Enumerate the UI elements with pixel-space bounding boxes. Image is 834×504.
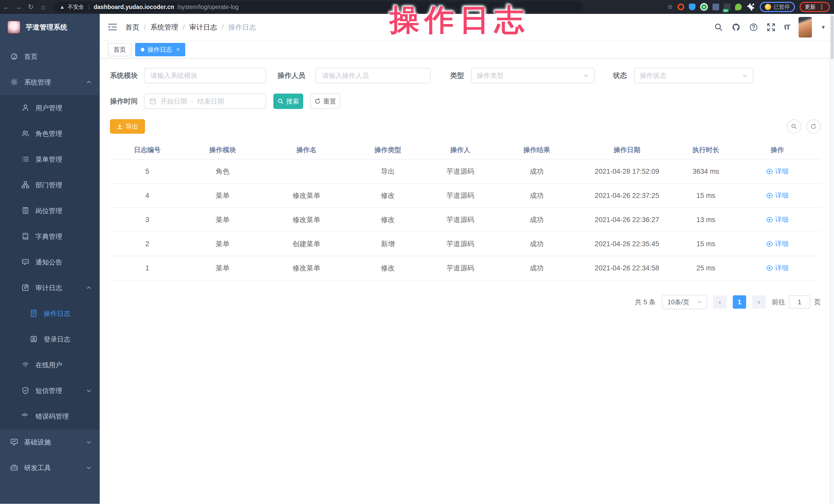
goto-page-input[interactable] — [789, 295, 810, 309]
cell-module: 菜单 — [184, 208, 261, 232]
browser-menu-kebab-icon[interactable]: ⋮ — [818, 3, 825, 10]
fullscreen-icon[interactable] — [767, 23, 775, 31]
extension-icon-slate[interactable] — [712, 4, 719, 10]
operator-input[interactable] — [315, 68, 431, 83]
current-page-button[interactable]: 1 — [733, 295, 746, 309]
detail-link[interactable]: 详细 — [766, 263, 789, 272]
browser-back-icon[interactable]: ← — [0, 3, 12, 11]
tag-close-icon[interactable]: × — [176, 46, 180, 53]
sidebar-item-label: 操作日志 — [44, 309, 70, 318]
sidebar-item-errcode-mgmt[interactable]: </> 错误码管理 — [0, 403, 100, 429]
browser-forward-icon[interactable]: → — [12, 3, 25, 11]
app-logo-row[interactable]: 芋道管理系统 — [0, 14, 100, 41]
profile-paused-chip[interactable]: 已暂停 — [760, 2, 795, 12]
browser-home-icon[interactable]: ⌂ — [37, 3, 49, 11]
col-header-result: 操作结果 — [497, 141, 576, 159]
user-avatar[interactable] — [798, 17, 812, 38]
sidebar-item-user-mgmt[interactable]: 用户管理 — [0, 95, 100, 121]
detail-link[interactable]: 详细 — [766, 191, 789, 200]
page-size-select[interactable]: 10条/页 — [662, 295, 707, 309]
sidebar-collapse-icon[interactable] — [108, 23, 118, 31]
export-button[interactable]: 导出 — [110, 119, 145, 134]
type-select[interactable]: 操作类型 — [471, 68, 595, 83]
sidebar-item-infra[interactable]: 基础设施 — [0, 429, 100, 455]
show-search-toggle-button[interactable] — [787, 119, 801, 134]
detail-link[interactable]: 详细 — [766, 167, 789, 176]
cell-duration: 25 ms — [678, 256, 734, 280]
sidebar-item-notice[interactable]: 通知公告 — [0, 249, 100, 275]
detail-link-label: 详细 — [775, 215, 789, 224]
sidebar-item-dict-mgmt[interactable]: 字典管理 — [0, 224, 100, 249]
extension-on-badge: on — [723, 9, 729, 12]
chevron-up-icon — [86, 80, 91, 85]
col-header-log-id: 日志编号 — [110, 141, 184, 159]
start-date-placeholder: 开始日期 — [160, 97, 187, 106]
date-range-picker[interactable]: 开始日期 - 结束日期 — [144, 93, 266, 109]
reset-button-label: 重置 — [323, 97, 336, 106]
extension-icon-blue[interactable] — [689, 4, 696, 10]
type-label: 类型 — [450, 71, 471, 80]
sidebar-item-audit-log[interactable]: 审计日志 — [0, 275, 100, 301]
sidebar-item-label: 角色管理 — [36, 129, 62, 138]
breadcrumb-home[interactable]: 首页 — [125, 23, 139, 32]
cell-result: 成功 — [497, 256, 576, 280]
prev-page-button[interactable]: ‹ — [713, 295, 727, 309]
security-label: 不安全 — [68, 3, 84, 10]
breadcrumb-system-mgmt[interactable]: 系统管理 — [151, 23, 178, 32]
cell-name: 修改菜单 — [261, 183, 352, 208]
sidebar-item-dev-tools[interactable]: 研发工具 — [0, 455, 100, 481]
browser-reload-icon[interactable]: ↻ — [25, 3, 37, 11]
font-size-icon[interactable]: tT — [784, 23, 790, 31]
paused-label: 已暂停 — [774, 3, 790, 10]
chevron-up-icon — [86, 285, 91, 290]
sidebar-item-operate-log[interactable]: 操作日志 — [0, 301, 100, 326]
sidebar-item-label: 错误码管理 — [36, 412, 69, 421]
breadcrumb-audit-log[interactable]: 审计日志 — [189, 23, 217, 32]
tag-label: 操作日志 — [148, 45, 172, 54]
cell-type: 修改 — [352, 183, 423, 208]
sidebar-item-system-mgmt[interactable]: 系统管理 — [0, 69, 100, 95]
browser-update-button[interactable]: 更新 ⋮ — [799, 2, 830, 12]
module-input[interactable] — [144, 68, 266, 83]
sidebar-item-dept-mgmt[interactable]: 部门管理 — [0, 172, 100, 198]
sidebar-menu: 首页 系统管理 用户管理 角色管理 菜单管理 部门管理 岗位管理 — [0, 44, 100, 481]
extension-icon-green-v[interactable]: v — [700, 3, 708, 11]
next-page-button[interactable]: › — [752, 295, 766, 309]
reset-button[interactable]: 重置 — [310, 93, 340, 109]
sidebar-item-role-mgmt[interactable]: 角色管理 — [0, 121, 100, 147]
sidebar-item-online-users[interactable]: 在线用户 — [0, 352, 100, 378]
url-host: dashboard.yudao.iocoder.cn — [94, 4, 174, 10]
search-icon[interactable] — [714, 23, 723, 31]
sidebar: 芋道管理系统 首页 系统管理 用户管理 角色管理 菜单管理 部门管理 — [0, 14, 100, 504]
operate-log-table: 日志编号 操作模块 操作名 操作类型 操作人 操作结果 操作日期 执行时长 操作… — [110, 141, 821, 280]
help-icon[interactable] — [749, 23, 758, 31]
extension-icon-switch[interactable]: on — [724, 4, 730, 10]
detail-link-label: 详细 — [775, 191, 789, 200]
refresh-table-button[interactable] — [806, 119, 821, 134]
tag-operate-log[interactable]: 操作日志 × — [135, 43, 185, 56]
sidebar-item-login-log[interactable]: 登录日志 — [0, 326, 100, 352]
detail-link[interactable]: 详细 — [766, 239, 789, 248]
cell-operator: 芋道源码 — [423, 159, 498, 183]
goto-label: 前往 — [772, 298, 785, 307]
bookmark-star-icon[interactable]: ☆ — [667, 3, 673, 10]
status-label: 状态 — [613, 71, 634, 80]
extension-icon-leaf[interactable] — [735, 4, 742, 10]
extension-icon-orange[interactable] — [678, 4, 684, 10]
sidebar-item-label: 基础设施 — [24, 438, 51, 447]
sidebar-item-post-mgmt[interactable]: 岗位管理 — [0, 198, 100, 224]
page-scrollbar[interactable] — [830, 14, 834, 504]
cell-module: 角色 — [184, 159, 261, 183]
cell-type: 修改 — [352, 256, 423, 280]
detail-link[interactable]: 详细 — [766, 215, 789, 224]
sidebar-item-home[interactable]: 首页 — [0, 44, 100, 69]
tag-home[interactable]: 首页 — [108, 43, 132, 56]
avatar-caret-down-icon[interactable]: ▼ — [821, 24, 826, 30]
github-icon[interactable] — [732, 23, 741, 31]
status-select[interactable]: 操作状态 — [634, 68, 753, 83]
sidebar-item-sms-mgmt[interactable]: 短信管理 — [0, 378, 100, 403]
extensions-puzzle-icon[interactable] — [746, 3, 755, 11]
search-button[interactable]: 搜索 — [273, 93, 303, 109]
scrollbar-thumb[interactable] — [831, 16, 833, 59]
sidebar-item-menu-mgmt[interactable]: 菜单管理 — [0, 147, 100, 172]
